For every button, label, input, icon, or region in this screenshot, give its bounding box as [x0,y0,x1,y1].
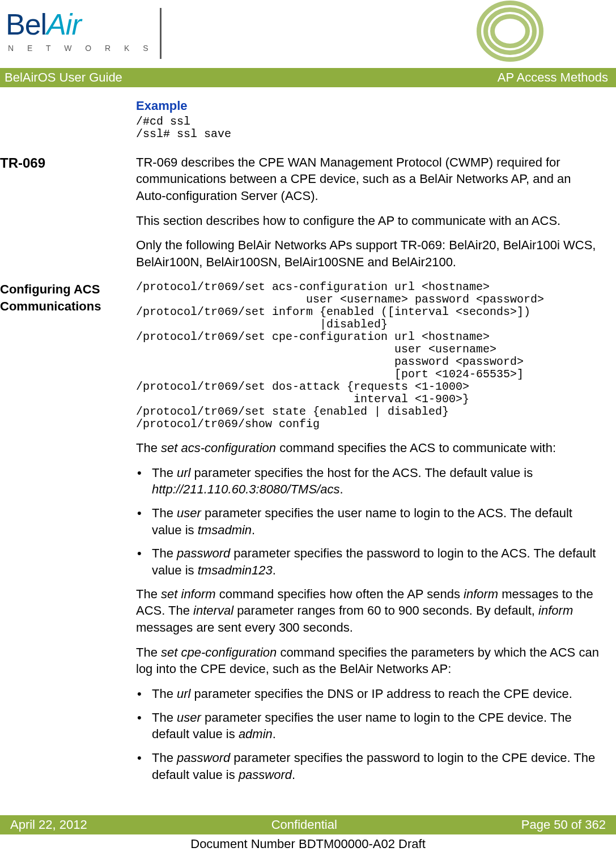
tr069-para-3: Only the following BelAir Networks APs s… [136,237,604,270]
section-heading-config-acs: Configuring ACS Communications [0,281,136,790]
logo-wordmark: BelAir [6,5,154,44]
param-name: user [177,710,201,725]
term: inform [538,603,573,617]
text-fragment: The [152,506,177,520]
text-fragment: parameter specifies the DNS or IP addres… [190,687,572,701]
param-name: user [177,506,201,520]
term: interval [193,603,233,617]
bullet-icon: • [137,685,152,702]
param-name: password [177,546,230,560]
logo-subtext: N E T W O R K S [8,43,154,54]
param-value: tmsadmin123 [198,563,273,577]
inform-para: The set inform command specifies how oft… [136,586,604,636]
text-fragment: The [152,710,177,725]
document-number: Document Number BDTM00000-A02 Draft [0,836,616,853]
param-name: url [177,466,190,480]
example-heading: Example [136,97,604,114]
logo: BelAir N E T W O R K S [6,5,154,54]
list-item: • The user parameter specifies the user … [137,709,604,743]
text-fragment: . [273,563,276,577]
example-code: /#cd ssl /ssl# ssl save [136,116,604,140]
param-name: url [177,687,190,701]
text-fragment: command specifies how often the AP sends [216,587,464,601]
logo-separator [160,8,162,59]
command-name: set cpe-configuration [161,645,277,659]
section-heading-tr069: TR-069 [0,154,136,279]
cpe-param-list: • The url parameter specifies the DNS or… [136,685,604,783]
param-value: tmsadmin [198,523,252,537]
guide-title: BelAirOS User Guide [5,69,122,86]
acs-param-list: • The url parameter specifies the host f… [136,465,604,579]
list-item-text: The password parameter specifies the pas… [152,749,604,783]
text-fragment: parameter ranges from 60 to 900 seconds.… [233,603,538,617]
text-fragment: command specifies the ACS to communicate… [276,441,556,455]
footer-page: Page 50 of 362 [521,816,606,833]
cpe-intro: The set cpe-configuration command specif… [136,644,604,678]
list-item-text: The user parameter specifies the user na… [152,709,604,743]
tr069-para-2: This section describes how to configure … [136,212,604,229]
title-bar: BelAirOS User Guide AP Access Methods [0,68,616,87]
logo-text-bel: Bel [6,8,46,41]
list-item: • The user parameter specifies the user … [137,505,604,538]
text-fragment: . [273,727,276,741]
command-name: set inform [161,587,216,601]
chapter-title: AP Access Methods [498,69,608,86]
param-value: admin [239,727,273,741]
config-acs-code: /protocol/tr069/set acs-configuration ur… [136,281,604,431]
text-fragment: The [136,441,161,455]
list-item: • The password parameter specifies the p… [137,749,604,783]
text-fragment: parameter specifies the user name to log… [152,710,572,742]
list-item-text: The user parameter specifies the user na… [152,505,604,538]
text-fragment: The [152,546,177,560]
param-value: password [239,768,292,782]
logo-text-air: Air [46,8,81,41]
bullet-icon: • [137,709,152,743]
list-item-text: The url parameter specifies the host for… [152,465,604,498]
list-item-text: The url parameter specifies the DNS or I… [152,685,604,702]
text-fragment: . [339,482,343,496]
tr069-para-1: TR-069 describes the CPE WAN Management … [136,154,604,205]
term: inform [464,587,498,601]
page-header: BelAir N E T W O R K S [0,0,616,68]
param-name: password [177,751,230,765]
text-fragment: The [152,466,177,480]
text-fragment: parameter specifies the host for the ACS… [190,466,533,480]
param-value: http://211.110.60.3:8080/TMS/acs [152,482,339,496]
text-fragment: The [152,751,177,765]
command-name: set acs-configuration [161,441,276,455]
page-content: Example /#cd ssl /ssl# ssl save TR-069 T… [0,87,616,790]
bullet-icon: • [137,505,152,538]
footer-confidential: Confidential [271,816,337,833]
bullet-icon: • [137,749,152,783]
footer-bar: April 22, 2012 Confidential Page 50 of 3… [0,815,616,834]
bullet-icon: • [137,465,152,498]
footer-date: April 22, 2012 [10,816,87,833]
list-item: • The url parameter specifies the host f… [137,465,604,498]
text-fragment: The [136,645,161,659]
text-fragment: . [252,523,255,537]
text-fragment: messages are sent every 300 seconds. [136,620,353,634]
acs-intro: The set acs-configuration command specif… [136,440,604,457]
text-fragment: . [292,768,295,782]
text-fragment: The [152,687,177,701]
text-fragment: The [136,587,161,601]
bullet-icon: • [137,545,152,578]
list-item: • The password parameter specifies the p… [137,545,604,578]
list-item-text: The password parameter specifies the pas… [152,545,604,578]
swirl-icon [473,0,547,62]
list-item: • The url parameter specifies the DNS or… [137,685,604,702]
